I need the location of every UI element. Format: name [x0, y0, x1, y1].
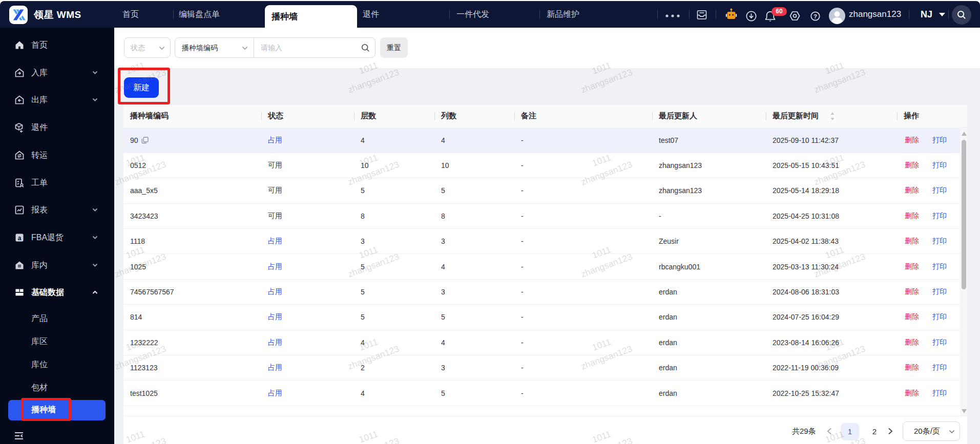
- svg-text:a: a: [18, 234, 22, 241]
- svg-text:?: ?: [814, 13, 817, 19]
